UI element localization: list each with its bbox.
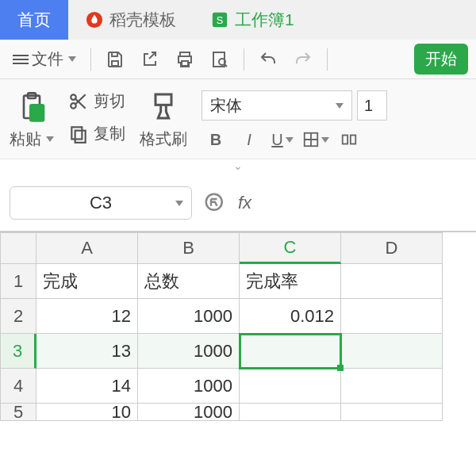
- format-painter-group: 格式刷: [140, 90, 187, 150]
- cell-A5[interactable]: 10: [36, 404, 138, 421]
- font-size-select[interactable]: 1: [357, 90, 387, 121]
- italic-button[interactable]: I: [235, 127, 263, 152]
- underline-button[interactable]: U: [268, 127, 297, 152]
- italic-label: I: [247, 131, 251, 149]
- cell-D1[interactable]: [341, 264, 443, 299]
- redo-icon: [294, 50, 313, 69]
- font-name-select[interactable]: 宋体: [202, 90, 352, 121]
- paste-button[interactable]: 粘贴: [10, 128, 54, 150]
- merge-button[interactable]: [335, 127, 363, 152]
- redo-button[interactable]: [289, 47, 317, 72]
- flame-icon: [86, 11, 103, 29]
- save-button[interactable]: [101, 47, 129, 72]
- spreadsheet-icon: S: [211, 11, 228, 29]
- undo-button[interactable]: [254, 47, 282, 72]
- row-header-2[interactable]: 2: [0, 299, 36, 334]
- cell-A1[interactable]: 完成: [36, 264, 138, 299]
- format-painter-label: 格式刷: [140, 128, 187, 150]
- separator: [244, 48, 244, 71]
- col-header-B[interactable]: B: [138, 232, 240, 264]
- row-header-1[interactable]: 1: [0, 264, 36, 299]
- cell-C4[interactable]: [240, 369, 341, 404]
- save-icon: [106, 50, 125, 69]
- col-header-D[interactable]: D: [341, 232, 443, 264]
- row-header-3[interactable]: 3: [0, 334, 36, 369]
- svg-rect-3: [112, 61, 118, 66]
- start-tab-button[interactable]: 开始: [414, 44, 468, 75]
- bold-button[interactable]: B: [202, 127, 230, 152]
- scissors-icon: [68, 91, 89, 112]
- quick-toolbar: 文件 开始: [0, 40, 476, 79]
- cell-A2[interactable]: 12: [36, 299, 138, 334]
- cut-label: 剪切: [94, 90, 125, 112]
- preview-button[interactable]: [205, 47, 234, 72]
- name-box-value: C3: [90, 193, 112, 213]
- svg-rect-15: [75, 130, 86, 142]
- cell-C1[interactable]: 完成率: [240, 264, 341, 299]
- chevron-down-icon: [175, 201, 183, 206]
- svg-rect-6: [182, 61, 188, 66]
- print-button[interactable]: [171, 47, 199, 72]
- fx-label[interactable]: fx: [238, 193, 251, 213]
- cell-A4[interactable]: 14: [36, 369, 138, 404]
- cell-D3[interactable]: [341, 334, 443, 369]
- col-header-A[interactable]: A: [36, 232, 138, 264]
- cell-B4[interactable]: 1000: [138, 369, 240, 404]
- cell-B1[interactable]: 总数: [138, 264, 240, 299]
- select-all-corner[interactable]: [0, 232, 36, 264]
- tab-workbook-label: 工作簿1: [235, 9, 294, 31]
- chevron-down-icon: [336, 103, 344, 109]
- borders-icon: [302, 131, 320, 148]
- chevron-down-icon: [321, 137, 329, 143]
- row-1: 1 完成 总数 完成率: [0, 264, 476, 299]
- cut-button[interactable]: 剪切: [68, 90, 125, 112]
- brush-icon[interactable]: [148, 90, 179, 122]
- row-2: 2 12 1000 0.012: [0, 299, 476, 334]
- row-4: 4 14 1000: [0, 369, 476, 404]
- formula-bar: C3 fx: [0, 175, 476, 232]
- cell-C3[interactable]: [240, 334, 341, 369]
- print-icon: [175, 50, 194, 69]
- tab-template[interactable]: 稻壳模板: [68, 0, 194, 40]
- column-headers: A B C D: [0, 232, 476, 264]
- file-menu[interactable]: 文件: [8, 45, 81, 73]
- svg-point-12: [71, 94, 76, 100]
- borders-button[interactable]: [301, 127, 330, 152]
- copy-button[interactable]: 复制: [68, 123, 125, 144]
- font-name-value: 宋体: [210, 95, 242, 117]
- cell-D4[interactable]: [341, 369, 443, 404]
- col-header-C[interactable]: C: [240, 232, 341, 264]
- cell-A3[interactable]: 13: [36, 334, 138, 369]
- chevron-down-icon: [286, 137, 294, 143]
- spreadsheet: A B C D 1 完成 总数 完成率 2 12 1000 0.012 3 13…: [0, 232, 476, 421]
- cell-C5[interactable]: [240, 404, 341, 421]
- svg-rect-4: [112, 52, 117, 56]
- cell-D5[interactable]: [341, 404, 443, 421]
- ribbon-collapse-handle[interactable]: ⌄: [0, 159, 476, 175]
- export-button[interactable]: [136, 47, 164, 72]
- font-size-value: 1: [364, 97, 373, 115]
- document-tabs: 首页 稻壳模板 S 工作簿1: [0, 0, 476, 40]
- bold-label: B: [210, 131, 221, 149]
- name-box[interactable]: C3: [10, 186, 192, 220]
- tab-home[interactable]: 首页: [0, 0, 68, 40]
- svg-text:S: S: [217, 14, 224, 26]
- clipboard-icon[interactable]: [16, 90, 48, 122]
- cell-D2[interactable]: [341, 299, 443, 334]
- trademark-icon[interactable]: [203, 191, 227, 215]
- ribbon: 粘贴 剪切 复制 格式刷 宋体 1 B I: [0, 79, 476, 159]
- cell-B3[interactable]: 1000: [138, 334, 240, 369]
- separator: [327, 48, 328, 71]
- cell-B5[interactable]: 1000: [138, 404, 240, 421]
- file-label: 文件: [32, 48, 63, 70]
- tab-home-label: 首页: [17, 9, 51, 31]
- cell-B2[interactable]: 1000: [138, 299, 240, 334]
- cell-C2[interactable]: 0.012: [240, 299, 341, 334]
- chevron-down-icon: [46, 136, 54, 142]
- format-painter-button[interactable]: 格式刷: [140, 128, 187, 150]
- tab-workbook[interactable]: S 工作簿1: [194, 0, 312, 40]
- row-header-5[interactable]: 5: [0, 404, 36, 421]
- chevron-down-icon: [68, 56, 76, 62]
- row-header-4[interactable]: 4: [0, 369, 36, 404]
- svg-rect-19: [351, 136, 355, 144]
